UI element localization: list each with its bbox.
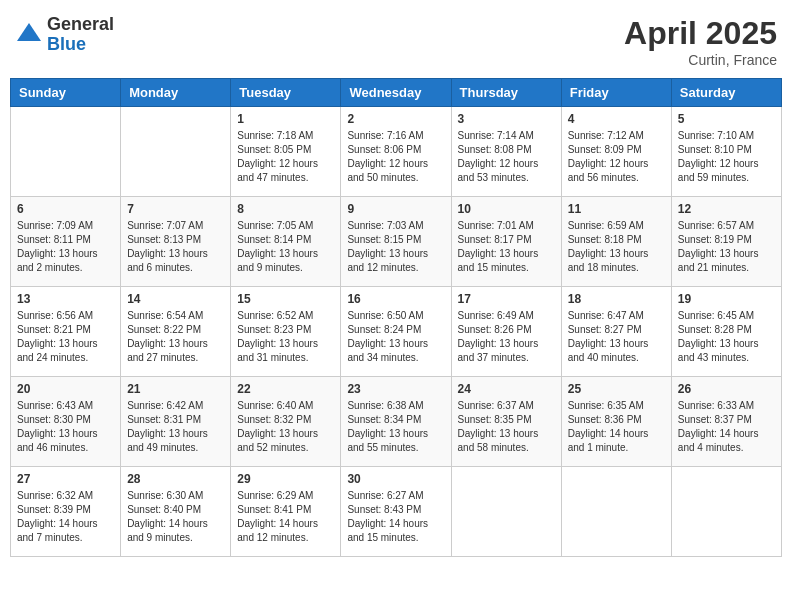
day-cell: 9Sunrise: 7:03 AMSunset: 8:15 PMDaylight… xyxy=(341,197,451,287)
title-block: April 2025 Curtin, France xyxy=(624,15,777,68)
logo: General Blue xyxy=(15,15,114,55)
day-number: 21 xyxy=(127,382,224,396)
day-info: Sunrise: 7:07 AMSunset: 8:13 PMDaylight:… xyxy=(127,219,224,275)
weekday-header-tuesday: Tuesday xyxy=(231,79,341,107)
day-info: Sunrise: 6:35 AMSunset: 8:36 PMDaylight:… xyxy=(568,399,665,455)
day-number: 10 xyxy=(458,202,555,216)
day-cell: 7Sunrise: 7:07 AMSunset: 8:13 PMDaylight… xyxy=(121,197,231,287)
day-number: 9 xyxy=(347,202,444,216)
day-cell: 12Sunrise: 6:57 AMSunset: 8:19 PMDayligh… xyxy=(671,197,781,287)
week-row-2: 6Sunrise: 7:09 AMSunset: 8:11 PMDaylight… xyxy=(11,197,782,287)
day-info: Sunrise: 7:10 AMSunset: 8:10 PMDaylight:… xyxy=(678,129,775,185)
day-info: Sunrise: 7:12 AMSunset: 8:09 PMDaylight:… xyxy=(568,129,665,185)
day-number: 12 xyxy=(678,202,775,216)
weekday-header-thursday: Thursday xyxy=(451,79,561,107)
day-cell: 27Sunrise: 6:32 AMSunset: 8:39 PMDayligh… xyxy=(11,467,121,557)
day-info: Sunrise: 7:18 AMSunset: 8:05 PMDaylight:… xyxy=(237,129,334,185)
logo-blue: Blue xyxy=(47,35,114,55)
day-number: 22 xyxy=(237,382,334,396)
day-cell: 16Sunrise: 6:50 AMSunset: 8:24 PMDayligh… xyxy=(341,287,451,377)
day-info: Sunrise: 7:03 AMSunset: 8:15 PMDaylight:… xyxy=(347,219,444,275)
day-number: 6 xyxy=(17,202,114,216)
day-cell xyxy=(451,467,561,557)
day-cell: 15Sunrise: 6:52 AMSunset: 8:23 PMDayligh… xyxy=(231,287,341,377)
day-number: 29 xyxy=(237,472,334,486)
day-info: Sunrise: 6:29 AMSunset: 8:41 PMDaylight:… xyxy=(237,489,334,545)
week-row-4: 20Sunrise: 6:43 AMSunset: 8:30 PMDayligh… xyxy=(11,377,782,467)
day-cell: 18Sunrise: 6:47 AMSunset: 8:27 PMDayligh… xyxy=(561,287,671,377)
day-cell xyxy=(671,467,781,557)
day-number: 26 xyxy=(678,382,775,396)
day-cell: 22Sunrise: 6:40 AMSunset: 8:32 PMDayligh… xyxy=(231,377,341,467)
day-cell: 29Sunrise: 6:29 AMSunset: 8:41 PMDayligh… xyxy=(231,467,341,557)
logo-text: General Blue xyxy=(47,15,114,55)
day-info: Sunrise: 6:54 AMSunset: 8:22 PMDaylight:… xyxy=(127,309,224,365)
day-number: 18 xyxy=(568,292,665,306)
day-info: Sunrise: 6:56 AMSunset: 8:21 PMDaylight:… xyxy=(17,309,114,365)
day-number: 13 xyxy=(17,292,114,306)
day-cell: 5Sunrise: 7:10 AMSunset: 8:10 PMDaylight… xyxy=(671,107,781,197)
day-info: Sunrise: 7:01 AMSunset: 8:17 PMDaylight:… xyxy=(458,219,555,275)
weekday-header-sunday: Sunday xyxy=(11,79,121,107)
weekday-header-row: SundayMondayTuesdayWednesdayThursdayFrid… xyxy=(11,79,782,107)
page-header: General Blue April 2025 Curtin, France xyxy=(10,10,782,68)
day-cell: 1Sunrise: 7:18 AMSunset: 8:05 PMDaylight… xyxy=(231,107,341,197)
day-number: 19 xyxy=(678,292,775,306)
day-info: Sunrise: 6:37 AMSunset: 8:35 PMDaylight:… xyxy=(458,399,555,455)
day-info: Sunrise: 6:27 AMSunset: 8:43 PMDaylight:… xyxy=(347,489,444,545)
day-info: Sunrise: 6:33 AMSunset: 8:37 PMDaylight:… xyxy=(678,399,775,455)
day-number: 8 xyxy=(237,202,334,216)
weekday-header-monday: Monday xyxy=(121,79,231,107)
day-info: Sunrise: 6:52 AMSunset: 8:23 PMDaylight:… xyxy=(237,309,334,365)
weekday-header-saturday: Saturday xyxy=(671,79,781,107)
day-info: Sunrise: 6:40 AMSunset: 8:32 PMDaylight:… xyxy=(237,399,334,455)
day-number: 5 xyxy=(678,112,775,126)
day-cell: 21Sunrise: 6:42 AMSunset: 8:31 PMDayligh… xyxy=(121,377,231,467)
week-row-5: 27Sunrise: 6:32 AMSunset: 8:39 PMDayligh… xyxy=(11,467,782,557)
day-cell: 20Sunrise: 6:43 AMSunset: 8:30 PMDayligh… xyxy=(11,377,121,467)
day-number: 2 xyxy=(347,112,444,126)
day-number: 28 xyxy=(127,472,224,486)
week-row-3: 13Sunrise: 6:56 AMSunset: 8:21 PMDayligh… xyxy=(11,287,782,377)
day-cell: 4Sunrise: 7:12 AMSunset: 8:09 PMDaylight… xyxy=(561,107,671,197)
day-info: Sunrise: 6:45 AMSunset: 8:28 PMDaylight:… xyxy=(678,309,775,365)
day-number: 1 xyxy=(237,112,334,126)
day-info: Sunrise: 6:50 AMSunset: 8:24 PMDaylight:… xyxy=(347,309,444,365)
day-cell: 26Sunrise: 6:33 AMSunset: 8:37 PMDayligh… xyxy=(671,377,781,467)
day-info: Sunrise: 6:43 AMSunset: 8:30 PMDaylight:… xyxy=(17,399,114,455)
day-cell: 6Sunrise: 7:09 AMSunset: 8:11 PMDaylight… xyxy=(11,197,121,287)
day-number: 14 xyxy=(127,292,224,306)
day-cell: 11Sunrise: 6:59 AMSunset: 8:18 PMDayligh… xyxy=(561,197,671,287)
day-cell: 30Sunrise: 6:27 AMSunset: 8:43 PMDayligh… xyxy=(341,467,451,557)
day-number: 16 xyxy=(347,292,444,306)
day-number: 25 xyxy=(568,382,665,396)
day-number: 11 xyxy=(568,202,665,216)
day-cell: 17Sunrise: 6:49 AMSunset: 8:26 PMDayligh… xyxy=(451,287,561,377)
day-info: Sunrise: 6:49 AMSunset: 8:26 PMDaylight:… xyxy=(458,309,555,365)
day-cell: 25Sunrise: 6:35 AMSunset: 8:36 PMDayligh… xyxy=(561,377,671,467)
day-number: 17 xyxy=(458,292,555,306)
day-number: 30 xyxy=(347,472,444,486)
day-number: 23 xyxy=(347,382,444,396)
day-cell xyxy=(11,107,121,197)
day-number: 27 xyxy=(17,472,114,486)
day-cell: 19Sunrise: 6:45 AMSunset: 8:28 PMDayligh… xyxy=(671,287,781,377)
week-row-1: 1Sunrise: 7:18 AMSunset: 8:05 PMDaylight… xyxy=(11,107,782,197)
svg-marker-0 xyxy=(17,23,41,41)
day-cell: 14Sunrise: 6:54 AMSunset: 8:22 PMDayligh… xyxy=(121,287,231,377)
day-cell: 23Sunrise: 6:38 AMSunset: 8:34 PMDayligh… xyxy=(341,377,451,467)
day-info: Sunrise: 7:09 AMSunset: 8:11 PMDaylight:… xyxy=(17,219,114,275)
day-cell: 13Sunrise: 6:56 AMSunset: 8:21 PMDayligh… xyxy=(11,287,121,377)
day-info: Sunrise: 6:30 AMSunset: 8:40 PMDaylight:… xyxy=(127,489,224,545)
day-cell xyxy=(121,107,231,197)
day-number: 20 xyxy=(17,382,114,396)
day-cell: 3Sunrise: 7:14 AMSunset: 8:08 PMDaylight… xyxy=(451,107,561,197)
logo-general: General xyxy=(47,15,114,35)
weekday-header-friday: Friday xyxy=(561,79,671,107)
day-number: 7 xyxy=(127,202,224,216)
day-cell: 28Sunrise: 6:30 AMSunset: 8:40 PMDayligh… xyxy=(121,467,231,557)
day-info: Sunrise: 6:59 AMSunset: 8:18 PMDaylight:… xyxy=(568,219,665,275)
logo-icon xyxy=(15,21,43,49)
day-number: 24 xyxy=(458,382,555,396)
location: Curtin, France xyxy=(624,52,777,68)
